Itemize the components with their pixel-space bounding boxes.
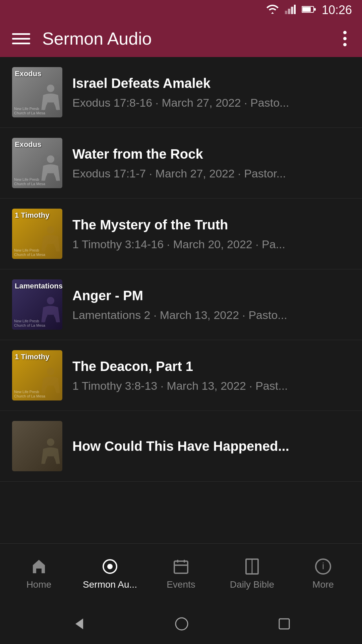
sermon-list-item[interactable]: 1 Timothy New Life PresbChurch of La Mes… xyxy=(0,340,362,411)
sermon-list-item[interactable]: How Could This Have Happened... xyxy=(0,411,362,482)
sermon-info: The Deacon, Part 1 1 Timothy 3:8-13 · Ma… xyxy=(72,358,350,393)
sermon-meta: Lamentations 2 · March 13, 2022 · Pasto.… xyxy=(72,308,350,322)
sermon-meta: Exodus 17:8-16 · March 27, 2022 · Pasto.… xyxy=(72,96,350,110)
status-bar: 10:26 xyxy=(0,0,362,20)
nav-item-daily-bible[interactable]: Daily Bible xyxy=(217,558,288,590)
sermon-thumbnail: 1 Timothy New Life PresbChurch of La Mes… xyxy=(12,209,62,259)
sermon-meta: Exodus 17:1-7 · March 27, 2022 · Pastor.… xyxy=(72,167,350,180)
status-time: 10:26 xyxy=(322,3,352,17)
svg-point-19 xyxy=(47,368,54,375)
nav-icon-sermon xyxy=(101,558,119,575)
svg-rect-0 xyxy=(285,11,287,14)
sermon-title: The Mystery of the Truth xyxy=(72,217,350,233)
svg-rect-3 xyxy=(294,5,296,14)
sermon-info: Anger - PM Lamentations 2 · March 13, 20… xyxy=(72,287,350,322)
sermon-title: Israel Defeats Amalek xyxy=(72,75,350,91)
sermon-list-item[interactable]: Lamentations New Life PresbChurch of La … xyxy=(0,269,362,340)
svg-point-22 xyxy=(47,438,54,446)
svg-rect-37 xyxy=(279,619,289,629)
battery-icon xyxy=(302,5,316,15)
sermon-list-item[interactable]: Exodus New Life PresbChurch of La Mesa W… xyxy=(0,128,362,199)
nav-icon-daily-bible xyxy=(243,558,261,575)
sermon-thumbnail: Exodus New Life PresbChurch of La Mesa xyxy=(12,67,62,117)
nav-label-more: More xyxy=(312,579,334,590)
wifi-icon xyxy=(266,5,279,15)
sermon-list-item[interactable]: Exodus New Life PresbChurch of La Mesa I… xyxy=(0,57,362,128)
sermon-info: Water from the Rock Exodus 17:1-7 · Marc… xyxy=(72,146,350,180)
sermon-title: Water from the Rock xyxy=(72,146,350,162)
nav-item-more[interactable]: i More xyxy=(288,558,359,590)
status-icons: 10:26 xyxy=(266,3,352,17)
svg-rect-27 xyxy=(174,561,188,573)
svg-point-36 xyxy=(176,618,188,630)
sermon-thumbnail xyxy=(12,421,62,471)
svg-text:i: i xyxy=(322,561,324,571)
nav-icon-more: i xyxy=(314,558,332,575)
sermon-title: The Deacon, Part 1 xyxy=(72,358,350,374)
app-header: Sermon Audio xyxy=(0,20,362,57)
sermon-list-item[interactable]: 1 Timothy New Life PresbChurch of La Mes… xyxy=(0,199,362,269)
thumb-label: Exodus xyxy=(15,70,41,78)
options-button[interactable] xyxy=(340,28,350,50)
thumb-label: 1 Timothy xyxy=(15,353,50,361)
svg-marker-35 xyxy=(75,619,83,629)
nav-label-sermon: Sermon Au... xyxy=(83,579,137,590)
app-title: Sermon Audio xyxy=(42,29,328,49)
sermon-info: Israel Defeats Amalek Exodus 17:8-16 · M… xyxy=(72,75,350,110)
sermon-info: The Mystery of the Truth 1 Timothy 3:14-… xyxy=(72,217,350,251)
svg-point-7 xyxy=(47,85,54,92)
sermon-title: Anger - PM xyxy=(72,287,350,304)
svg-rect-6 xyxy=(314,8,316,11)
sermon-title: How Could This Have Happened... xyxy=(72,438,350,454)
home-button[interactable] xyxy=(175,617,189,631)
svg-point-10 xyxy=(47,155,54,163)
hamburger-menu-button[interactable] xyxy=(12,33,30,44)
recents-button[interactable] xyxy=(278,618,291,630)
thumb-label: 1 Timothy xyxy=(15,211,50,219)
sermon-thumbnail: Lamentations New Life PresbChurch of La … xyxy=(12,279,62,330)
nav-label-events: Events xyxy=(167,579,195,590)
svg-rect-2 xyxy=(291,7,293,14)
sermon-thumbnail: 1 Timothy New Life PresbChurch of La Mes… xyxy=(12,350,62,400)
back-button[interactable] xyxy=(71,617,85,631)
svg-rect-5 xyxy=(302,7,311,12)
content-area: Exodus New Life PresbChurch of La Mesa I… xyxy=(0,57,362,543)
nav-label-home: Home xyxy=(26,579,52,590)
thumb-label: Lamentations xyxy=(15,282,62,290)
sermon-list: Exodus New Life PresbChurch of La Mesa I… xyxy=(0,57,362,543)
svg-point-16 xyxy=(47,297,54,304)
nav-icon-events xyxy=(172,558,190,575)
svg-point-26 xyxy=(107,564,113,569)
bottom-nav: Home Sermon Au... Events Da xyxy=(0,543,362,604)
sermon-meta: 1 Timothy 3:14-16 · March 20, 2022 · Pa.… xyxy=(72,237,350,251)
thumb-label: Exodus xyxy=(15,141,41,149)
system-nav-bar xyxy=(0,604,362,644)
sermon-thumbnail: Exodus New Life PresbChurch of La Mesa xyxy=(12,138,62,188)
nav-item-events[interactable]: Events xyxy=(145,558,217,590)
nav-icon-home xyxy=(30,558,48,575)
nav-item-sermon[interactable]: Sermon Au... xyxy=(74,558,145,590)
nav-label-daily-bible: Daily Bible xyxy=(230,579,274,590)
svg-point-13 xyxy=(47,226,54,233)
sermon-info: How Could This Have Happened... xyxy=(72,438,350,454)
sermon-meta: 1 Timothy 3:8-13 · March 13, 2022 · Past… xyxy=(72,379,350,393)
signal-icon xyxy=(285,5,296,15)
svg-rect-1 xyxy=(288,9,290,14)
nav-item-home[interactable]: Home xyxy=(3,558,74,590)
